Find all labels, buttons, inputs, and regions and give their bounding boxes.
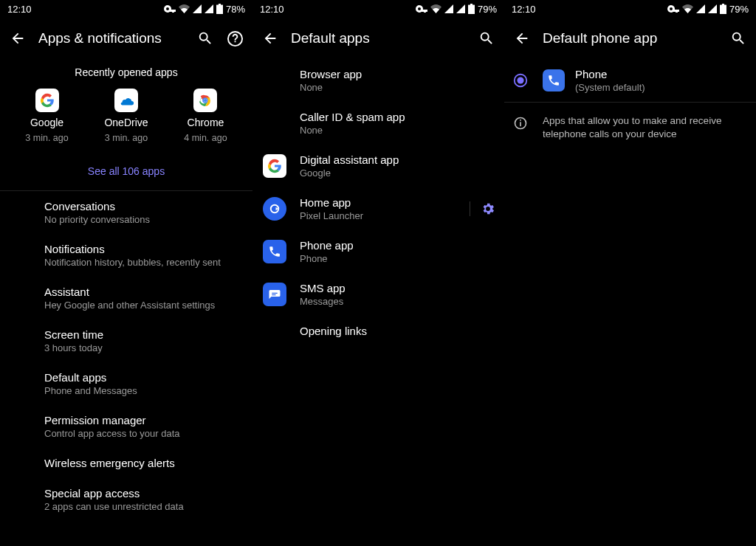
signal-icon-1 xyxy=(696,4,705,13)
radio-option-phone[interactable]: Phone (System default) xyxy=(504,59,756,102)
vpn-key-icon xyxy=(667,5,679,13)
header: Default apps xyxy=(252,18,504,59)
home-app-settings-button[interactable] xyxy=(470,201,495,216)
app-time: 3 min. ago xyxy=(25,133,68,143)
recent-apps-row: Google 3 min. ago OneDrive 3 min. ago Ch… xyxy=(0,89,252,158)
item-conversations[interactable]: Conversations No priority conversations xyxy=(0,191,252,234)
item-title: Wireless emergency alerts xyxy=(44,457,241,469)
item-sub: Phone xyxy=(300,253,495,264)
item-digital-assistant[interactable]: Digital assistant app Google xyxy=(252,145,504,187)
item-wireless-emergency[interactable]: Wireless emergency alerts xyxy=(0,448,252,478)
signal-icon-1 xyxy=(444,4,453,13)
info-note: Apps that allow you to make and receive … xyxy=(504,103,756,150)
item-sub: No priority conversations xyxy=(44,214,241,225)
item-special-app-access[interactable]: Special app access 2 apps can use unrest… xyxy=(0,478,252,521)
page-title: Default phone app xyxy=(543,30,718,46)
wifi-icon xyxy=(682,4,693,13)
screen-default-phone-app: 12:10 79% Default phone app Phone xyxy=(504,0,756,546)
item-title: Browser app xyxy=(300,68,495,80)
item-title: Default apps xyxy=(44,371,241,384)
battery-percent: 79% xyxy=(729,4,749,15)
item-title: Digital assistant app xyxy=(300,153,495,166)
phone-icon xyxy=(263,240,286,263)
battery-percent: 79% xyxy=(478,4,497,15)
item-title: Assistant xyxy=(44,286,241,298)
onedrive-icon xyxy=(114,89,138,112)
battery-icon xyxy=(720,4,726,14)
svg-rect-9 xyxy=(520,120,521,121)
see-all-apps-button[interactable]: See all 106 apps xyxy=(0,158,252,190)
info-icon xyxy=(510,113,531,134)
app-tile-google[interactable]: Google 3 min. ago xyxy=(25,89,68,143)
app-time: 4 min. ago xyxy=(184,133,227,143)
app-name: Chrome xyxy=(188,117,224,128)
vpn-key-icon xyxy=(164,5,176,13)
signal-icon-2 xyxy=(205,4,213,13)
search-button[interactable] xyxy=(729,30,747,47)
screen-default-apps: 12:10 79% Default apps Browser app None … xyxy=(252,0,504,546)
item-sub: Google xyxy=(300,167,495,179)
search-button[interactable] xyxy=(196,30,214,47)
item-opening-links[interactable]: Opening links xyxy=(252,316,504,346)
item-sub: None xyxy=(300,125,495,136)
item-caller-id[interactable]: Caller ID & spam app None xyxy=(252,102,504,145)
item-phone-app[interactable]: Phone app Phone xyxy=(252,230,504,273)
screen-apps-notifications: 12:10 78% Apps & notifications Recently … xyxy=(0,0,252,546)
pixel-launcher-icon xyxy=(263,197,286,221)
radio-selected-icon xyxy=(510,70,531,91)
signal-icon-2 xyxy=(456,4,465,13)
phone-app-icon xyxy=(543,69,565,91)
app-tile-onedrive[interactable]: OneDrive 3 min. ago xyxy=(104,89,148,143)
status-time: 12:10 xyxy=(7,4,32,15)
svg-rect-8 xyxy=(520,122,521,126)
status-icons: 79% xyxy=(667,4,749,15)
item-title: Phone app xyxy=(300,239,495,252)
signal-icon-1 xyxy=(193,4,202,13)
item-notifications[interactable]: Notifications Notification history, bubb… xyxy=(0,234,252,277)
item-browser-app[interactable]: Browser app None xyxy=(252,59,504,102)
item-assistant[interactable]: Assistant Hey Google and other Assistant… xyxy=(0,277,252,319)
help-button[interactable] xyxy=(226,30,244,47)
status-time: 12:10 xyxy=(260,4,284,15)
item-sub: Hey Google and other Assistant settings xyxy=(44,300,241,311)
status-bar: 12:10 78% xyxy=(0,0,252,18)
item-sub: None xyxy=(300,82,495,93)
item-sub: Pixel Launcher xyxy=(300,210,456,221)
wifi-icon xyxy=(430,4,441,13)
google-icon xyxy=(35,89,59,112)
search-button[interactable] xyxy=(478,30,495,47)
svg-point-3 xyxy=(204,99,207,102)
recent-apps-label: Recently opened apps xyxy=(0,59,252,89)
app-name: Google xyxy=(30,117,63,128)
svg-point-6 xyxy=(517,77,523,83)
item-sub: Notification history, bubbles, recently … xyxy=(44,257,241,268)
item-title: Screen time xyxy=(44,328,241,341)
status-bar: 12:10 79% xyxy=(504,0,756,18)
item-default-apps[interactable]: Default apps Phone and Messages xyxy=(0,362,252,405)
google-icon xyxy=(263,154,286,178)
page-title: Apps & notifications xyxy=(38,30,185,46)
back-button[interactable] xyxy=(9,30,27,47)
item-screen-time[interactable]: Screen time 3 hours today xyxy=(0,319,252,362)
status-icons: 79% xyxy=(416,4,497,15)
item-sms-app[interactable]: SMS app Messages xyxy=(252,273,504,316)
app-time: 3 min. ago xyxy=(105,133,148,143)
status-icons: 78% xyxy=(164,4,245,15)
back-button[interactable] xyxy=(513,30,531,47)
item-title: Conversations xyxy=(44,200,241,212)
app-tile-chrome[interactable]: Chrome 4 min. ago xyxy=(184,89,227,143)
item-permission-manager[interactable]: Permission manager Control app access to… xyxy=(0,405,252,448)
header: Default phone app xyxy=(504,18,756,59)
item-sub: Messages xyxy=(300,296,495,307)
item-title: SMS app xyxy=(300,282,495,294)
item-title: Caller ID & spam app xyxy=(300,111,495,123)
page-title: Default apps xyxy=(291,30,466,46)
option-name: Phone xyxy=(575,68,744,80)
back-button[interactable] xyxy=(261,30,279,47)
app-name: OneDrive xyxy=(104,117,148,128)
item-home-app[interactable]: Home app Pixel Launcher xyxy=(252,187,504,230)
vpn-key-icon xyxy=(416,5,427,13)
item-title: Opening links xyxy=(300,325,495,337)
battery-icon xyxy=(468,4,475,14)
status-time: 12:10 xyxy=(512,4,536,15)
